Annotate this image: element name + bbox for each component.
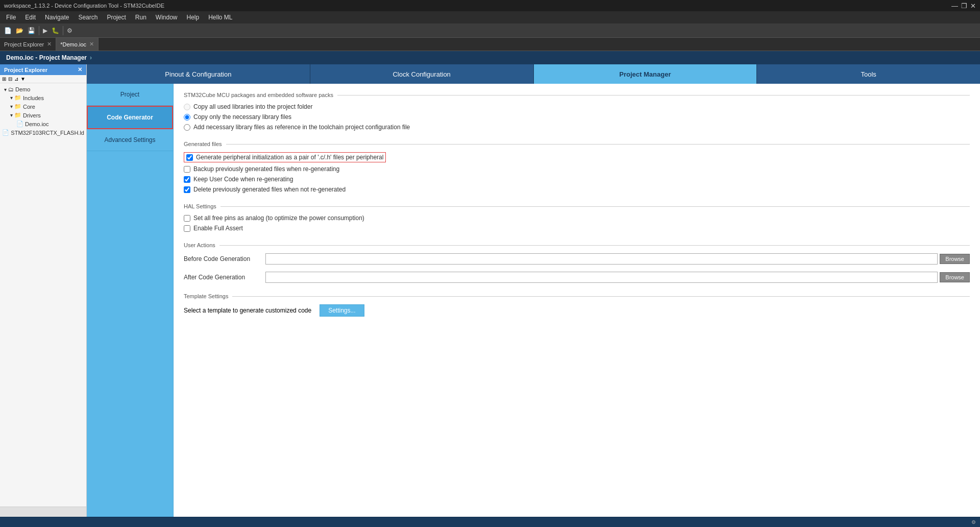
toolbar-save[interactable]: 💾 (26, 26, 37, 35)
gen-option-2-checkbox[interactable] (184, 166, 190, 173)
menu-project[interactable]: Project (103, 13, 130, 22)
tree-expand-demo[interactable]: ▾ (4, 87, 7, 92)
before-code-gen-input[interactable] (265, 253, 938, 265)
status-bar: ⚙ (0, 517, 980, 527)
toolbar-debug[interactable]: 🐛 (50, 26, 61, 35)
tree-label-demo: Demo (15, 86, 30, 92)
template-settings-btn-label: Settings... (328, 307, 355, 314)
sidebar-menu-icon[interactable]: ▼ (20, 76, 26, 82)
breadcrumb-bar: Demo.ioc - Project Manager › (0, 51, 980, 64)
sidebar-expand-icon[interactable]: ⊟ (8, 76, 12, 82)
tab-demo-ioc-close[interactable]: ✕ (89, 41, 94, 47)
top-tabs: Pinout & Configuration Clock Configurati… (87, 64, 980, 84)
main-container: Project Explorer ✕ ⊞ ⊟ ⊿ ▼ ▾ 🗂 Demo ▾ 📁 … (0, 64, 980, 517)
breadcrumb-text: Demo.ioc - Project Manager (6, 54, 87, 61)
mcu-option-3-row: Add necessary library files as reference… (184, 124, 970, 131)
sidebar-filter-icon[interactable]: ⊿ (14, 76, 18, 82)
tree-item-core[interactable]: ▾ 📁 Core (0, 102, 86, 111)
tab-project-explorer[interactable]: Project Explorer ✕ (0, 38, 56, 51)
menu-file[interactable]: File (2, 13, 20, 22)
hal-settings-section: HAL Settings Set all free pins as analog… (184, 203, 970, 232)
tab-project-explorer-close[interactable]: ✕ (47, 41, 52, 47)
tab-clock[interactable]: Clock Configuration (310, 64, 534, 84)
menu-hello-ml[interactable]: Hello ML (204, 13, 236, 22)
toolbar-new[interactable]: 📄 (2, 26, 14, 35)
toolbar-open[interactable]: 📂 (14, 26, 26, 35)
tab-bar: Project Explorer ✕ *Demo.ioc ✕ (0, 38, 980, 51)
menu-edit[interactable]: Edit (21, 13, 40, 22)
content-area: STM32Cube MCU packages and embedded soft… (174, 84, 980, 517)
gen-option-3-row: Keep User Code when re-generating (184, 176, 970, 183)
nav-advanced-settings[interactable]: Advanced Settings (87, 129, 173, 151)
user-actions-title: User Actions (184, 242, 970, 248)
gen-option-1-checkbox[interactable] (186, 154, 193, 161)
tab-demo-ioc[interactable]: *Demo.ioc ✕ (56, 38, 99, 51)
tree-expand-core[interactable]: ▾ (10, 104, 13, 109)
tree-expand-includes[interactable]: ▾ (10, 95, 13, 101)
template-row: Select a template to generate customized… (184, 304, 970, 317)
tab-clock-label: Clock Configuration (393, 70, 450, 78)
tab-tools[interactable]: Tools (757, 64, 980, 84)
mcu-option-3-radio[interactable] (184, 124, 190, 131)
template-section-title-text: Template Settings (184, 293, 228, 299)
tree-label-drivers: Drivers (23, 112, 41, 118)
title-bar-controls: — ❐ ✕ (951, 2, 976, 10)
tab-pinout[interactable]: Pinout & Configuration (87, 64, 310, 84)
toolbar-settings[interactable]: ⚙ (65, 26, 75, 35)
gen-option-3-checkbox[interactable] (184, 176, 190, 183)
user-actions-section: User Actions Before Code Generation Brow… (184, 242, 970, 283)
before-code-gen-browse-btn[interactable]: Browse (940, 254, 970, 264)
after-code-gen-row: After Code Generation Browse (184, 272, 970, 283)
hal-option-2-checkbox[interactable] (184, 225, 190, 232)
right-panel: Pinout & Configuration Clock Configurati… (87, 64, 980, 517)
menu-help[interactable]: Help (183, 13, 204, 22)
toolbar-sep-2 (63, 26, 63, 35)
nav-panel: Project Code Generator Advanced Settings (87, 84, 174, 517)
tab-project-manager[interactable]: Project Manager (534, 64, 757, 84)
tree-item-flash-ld[interactable]: 📄 STM32F103RCTX_FLASH.ld (0, 128, 86, 137)
toolbar: 📄 📂 💾 ▶ 🐛 ⚙ (0, 23, 980, 38)
mcu-section-title: STM32Cube MCU packages and embedded soft… (184, 92, 970, 98)
nav-project[interactable]: Project (87, 84, 173, 106)
sidebar: Project Explorer ✕ ⊞ ⊟ ⊿ ▼ ▾ 🗂 Demo ▾ 📁 … (0, 64, 87, 517)
hal-option-1-checkbox[interactable] (184, 215, 190, 222)
breadcrumb-arrow: › (90, 54, 92, 61)
user-actions-title-text: User Actions (184, 242, 215, 248)
template-description: Select a template to generate customized… (184, 307, 311, 314)
menu-run[interactable]: Run (131, 13, 151, 22)
minimize-btn[interactable]: — (951, 2, 958, 10)
sidebar-scrollbar[interactable] (0, 507, 86, 517)
menu-search[interactable]: Search (74, 13, 102, 22)
gen-option-1-row: Generate peripheral initialization as a … (184, 152, 970, 162)
before-code-gen-row: Before Code Generation Browse (184, 253, 970, 265)
tree-item-demo-ioc[interactable]: 📄 Demo.ioc (0, 119, 86, 128)
gen-option-4-checkbox[interactable] (184, 186, 190, 193)
tree-item-demo[interactable]: ▾ 🗂 Demo (0, 85, 86, 93)
toolbar-sep-1 (39, 26, 39, 35)
menu-navigate[interactable]: Navigate (41, 13, 73, 22)
generated-files-title: Generated files (184, 141, 970, 147)
menu-bar: File Edit Navigate Search Project Run Wi… (0, 11, 980, 23)
mcu-option-1-radio[interactable] (184, 104, 190, 110)
after-code-gen-browse-btn[interactable]: Browse (940, 272, 970, 282)
menu-window[interactable]: Window (152, 13, 182, 22)
template-settings-btn[interactable]: Settings... (320, 304, 364, 317)
tree-label-flash-ld: STM32F103RCTX_FLASH.ld (11, 130, 84, 136)
close-btn[interactable]: ✕ (970, 2, 976, 10)
mcu-option-2-radio[interactable] (184, 114, 190, 121)
tree-item-drivers[interactable]: ▾ 📁 Drivers (0, 111, 86, 119)
sidebar-close-icon[interactable]: ✕ (78, 66, 82, 73)
mcu-option-2-label: Copy only the necessary library files (193, 113, 291, 121)
nav-code-generator[interactable]: Code Generator (87, 106, 173, 129)
sidebar-collapse-icon[interactable]: ⊞ (2, 76, 6, 82)
hal-option-2-label: Enable Full Assert (193, 225, 243, 232)
after-code-gen-input[interactable] (265, 272, 938, 283)
hal-option-1-row: Set all free pins as analog (to optimize… (184, 214, 970, 222)
tree-item-includes[interactable]: ▾ 📁 Includes (0, 93, 86, 102)
sidebar-header: Project Explorer ✕ (0, 64, 86, 75)
after-code-gen-label: After Code Generation (184, 274, 265, 281)
toolbar-run[interactable]: ▶ (41, 26, 50, 35)
maximize-btn[interactable]: ❐ (961, 2, 967, 10)
tree-expand-drivers[interactable]: ▾ (10, 112, 13, 118)
status-settings-icon[interactable]: ⚙ (971, 519, 976, 525)
